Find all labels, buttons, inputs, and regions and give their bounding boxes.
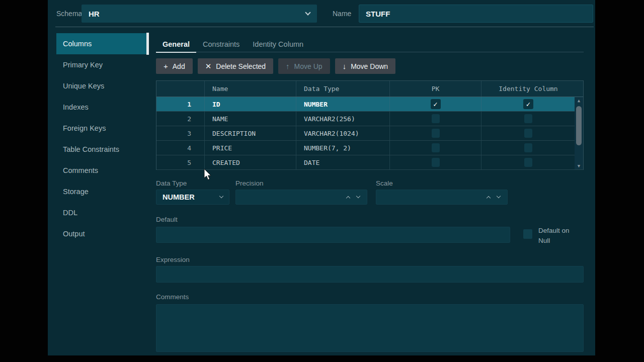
row-number: 1 — [156, 97, 205, 111]
identity-checkbox[interactable] — [524, 114, 532, 123]
sidebar-item-label: Indexes — [63, 103, 89, 111]
row-number: 3 — [156, 126, 205, 140]
sidebar-item-comments[interactable]: Comments — [56, 160, 146, 181]
scale-stepper[interactable] — [376, 190, 508, 205]
name-column-header[interactable]: Name — [205, 81, 296, 97]
sidebar: Columns Primary Key Unique Keys Indexes … — [56, 33, 146, 244]
table-row[interactable]: 5 CREATED DATE — [156, 155, 583, 170]
column-name-cell: DESCRIPTION — [205, 126, 296, 140]
sidebar-item-label: Comments — [63, 166, 98, 174]
identity-checkbox[interactable] — [524, 158, 532, 167]
grid-header-row: Name Data Type PK Identity Column — [156, 81, 583, 97]
pk-column-header[interactable]: PK — [390, 81, 481, 97]
identity-column-header[interactable]: Identity Column — [481, 81, 575, 97]
default-on-null-checkbox[interactable] — [523, 229, 532, 239]
data-type-column-header[interactable]: Data Type — [296, 81, 390, 97]
sidebar-item-label: DDL — [63, 209, 77, 217]
default-input[interactable] — [156, 227, 510, 243]
active-indicator — [146, 33, 149, 55]
check-icon: ✓ — [526, 100, 530, 108]
screen: Schema HR Name Columns Primary Key Uniqu… — [0, 0, 644, 362]
sidebar-item-indexes[interactable]: Indexes — [56, 97, 146, 118]
precision-stepper[interactable] — [235, 190, 367, 205]
sidebar-item-ddl[interactable]: DDL — [56, 202, 146, 223]
identity-checkbox[interactable]: ✓ — [523, 99, 533, 109]
table-name-input[interactable] — [359, 5, 593, 23]
tab-identity-column[interactable]: Identity Column — [246, 36, 310, 52]
sidebar-item-label: Columns — [63, 40, 92, 48]
sidebar-item-foreign-keys[interactable]: Foreign Keys — [56, 118, 146, 139]
scroll-down-icon[interactable]: ▼ — [578, 162, 580, 169]
scale-label: Scale — [376, 179, 393, 187]
sidebar-item-label: Foreign Keys — [63, 124, 106, 132]
comments-label: Comments — [156, 293, 189, 301]
delete-selected-button[interactable]: ✕ Delete Selected — [198, 58, 273, 74]
sidebar-item-label: Primary Key — [63, 61, 103, 69]
arrow-down-icon: ↓ — [343, 62, 347, 70]
schema-label: Schema — [56, 10, 82, 18]
chevron-up-icon[interactable] — [346, 196, 350, 200]
identity-checkbox[interactable] — [524, 129, 532, 138]
comments-textarea[interactable] — [156, 304, 584, 352]
sidebar-item-unique-keys[interactable]: Unique Keys — [56, 75, 146, 97]
data-type-cell: NUMBER — [296, 97, 390, 111]
move-down-button[interactable]: ↓ Move Down — [335, 58, 395, 74]
table-row[interactable]: 4 PRICE NUMBER(7, 2) — [156, 141, 583, 155]
sidebar-item-storage[interactable]: Storage — [56, 181, 146, 202]
topbar-divider — [55, 27, 594, 27]
data-type-cell: VARCHAR2(1024) — [296, 126, 390, 140]
row-number-header — [156, 81, 205, 97]
sidebar-item-table-constraints[interactable]: Table Constraints — [56, 139, 146, 160]
table-row[interactable]: 3 DESCRIPTION VARCHAR2(1024) — [156, 126, 583, 141]
move-down-button-label: Move Down — [351, 62, 388, 70]
schema-select[interactable]: HR — [82, 5, 317, 23]
pk-checkbox[interactable] — [432, 143, 440, 152]
sidebar-item-columns[interactable]: Columns — [56, 33, 146, 54]
sidebar-item-label: Unique Keys — [63, 82, 104, 90]
pk-checkbox[interactable] — [432, 114, 440, 123]
table-name-label: Name — [333, 10, 351, 18]
grid-toolbar: + Add ✕ Delete Selected ↑ Move Up ↓ Move… — [156, 58, 395, 74]
delete-button-label: Delete Selected — [216, 62, 266, 70]
column-name-cell: CREATED — [205, 155, 296, 169]
add-button-label: Add — [173, 62, 185, 70]
precision-label: Precision — [235, 179, 264, 187]
sidebar-item-label: Storage — [63, 188, 89, 196]
row-number: 4 — [156, 141, 205, 155]
scroll-up-icon[interactable]: ▲ — [578, 97, 580, 104]
expression-input[interactable] — [156, 266, 584, 283]
data-type-label: Data Type — [156, 179, 187, 187]
move-up-button-label: Move Up — [294, 62, 323, 70]
chevron-down-icon[interactable] — [497, 194, 501, 198]
table-row[interactable]: 2 NAME VARCHAR2(256) — [156, 112, 583, 126]
sidebar-item-primary-key[interactable]: Primary Key — [56, 54, 146, 75]
move-up-button[interactable]: ↑ Move Up — [278, 58, 330, 74]
add-button[interactable]: + Add — [156, 58, 193, 74]
table-row[interactable]: 1 ID NUMBER ✓ ✓ — [156, 97, 583, 112]
plus-icon: + — [164, 62, 168, 70]
chevron-up-icon[interactable] — [487, 196, 491, 200]
tab-general[interactable]: General — [156, 36, 196, 52]
schema-value: HR — [89, 10, 306, 18]
pk-checkbox[interactable]: ✓ — [431, 99, 441, 109]
default-on-null-label: Default on Null — [538, 226, 581, 246]
identity-checkbox[interactable] — [524, 143, 532, 152]
column-name-cell: PRICE — [205, 141, 296, 155]
sidebar-item-label: Output — [63, 230, 85, 238]
column-name-cell: NAME — [205, 112, 296, 126]
chevron-down-icon — [305, 10, 310, 15]
data-type-select[interactable]: NUMBER — [156, 190, 229, 205]
default-label: Default — [156, 216, 178, 223]
pk-checkbox[interactable] — [432, 129, 440, 138]
arrow-up-icon: ↑ — [286, 62, 290, 70]
column-detail-tabs: General Constraints Identity Column — [156, 36, 584, 52]
column-name-cell: ID — [205, 97, 296, 111]
chevron-down-icon[interactable] — [356, 194, 360, 198]
tab-constraints[interactable]: Constraints — [196, 36, 246, 52]
scrollbar-thumb[interactable] — [576, 106, 582, 145]
mouse-cursor — [204, 168, 212, 180]
pk-checkbox[interactable] — [432, 158, 440, 167]
check-icon: ✓ — [433, 100, 437, 108]
grid-scrollbar[interactable]: ▲ ▼ — [575, 97, 583, 169]
sidebar-item-output[interactable]: Output — [56, 223, 146, 244]
